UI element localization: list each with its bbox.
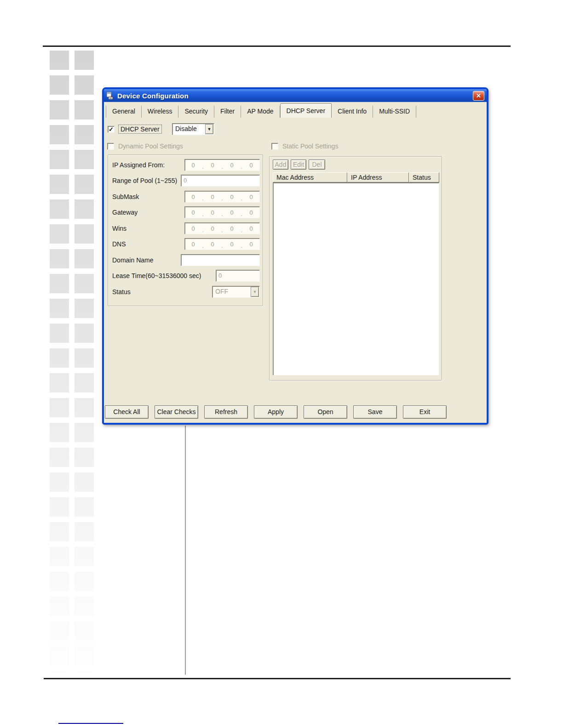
dhcp-server-checkbox[interactable]: ✓ [108, 126, 115, 133]
static-pool-checkbox [271, 143, 278, 150]
dynamic-pool-checkbox-row: Dynamic Pool Settings [107, 142, 183, 150]
column-header-ip-address[interactable]: IP Address [347, 172, 409, 182]
device-configuration-icon [106, 91, 115, 100]
field-row-gateway: Gateway 0.0.0.0 [108, 206, 263, 218]
dropdown-arrow-icon: ▼ [251, 287, 259, 297]
domain-name-label: Domain Name [112, 254, 153, 266]
dropdown-arrow-icon[interactable]: ▼ [205, 124, 213, 134]
static-pool-label: Static Pool Settings [282, 142, 338, 150]
column-header-status[interactable]: Status [409, 172, 439, 182]
static-pool-checkbox-row: Static Pool Settings [271, 142, 338, 150]
domain-name-input[interactable] [181, 254, 260, 266]
lease-time-input: 0 [216, 270, 260, 282]
lease-time-label: Lease Time(60~31536000 sec) [112, 270, 201, 282]
ip-assigned-from-input: 0.0.0.0 [184, 159, 260, 171]
vertical-divider-line [185, 426, 186, 675]
page-bottom-rule [44, 678, 511, 679]
dhcp-server-checkbox-label[interactable]: DHCP Server [119, 125, 161, 133]
open-button[interactable]: Open [304, 405, 347, 419]
add-button: Add [273, 159, 288, 170]
status-dropdown: OFF ▼ [212, 286, 260, 298]
status-label: Status [112, 286, 131, 298]
device-configuration-window: Device Configuration ✕ General Wireless … [102, 87, 488, 425]
check-icon: ✓ [109, 126, 114, 132]
ip-assigned-from-label: IP Assigned From: [112, 159, 165, 171]
tab-filter[interactable]: Filter [214, 106, 241, 118]
exit-button[interactable]: Exit [403, 405, 447, 419]
field-row-ip-assigned-from: IP Assigned From: 0.0.0.0 [108, 159, 263, 171]
dhcp-mode-value: Disable [172, 124, 205, 135]
wins-input: 0.0.0.0 [184, 222, 260, 234]
field-row-domain-name: Domain Name [108, 254, 263, 266]
clear-checks-button[interactable]: Clear Checks [155, 405, 198, 419]
dhcp-mode-dropdown[interactable]: Disable ▼ [172, 123, 214, 135]
submask-label: SubMask [112, 191, 139, 203]
wins-label: Wins [112, 222, 126, 234]
gateway-input: 0.0.0.0 [184, 206, 260, 218]
check-all-button[interactable]: Check All [105, 405, 149, 419]
status-value: OFF [213, 286, 250, 297]
field-row-wins: Wins 0.0.0.0 [108, 222, 263, 234]
field-row-lease-time: Lease Time(60~31536000 sec) 0 [108, 270, 263, 282]
dns-input: 0.0.0.0 [184, 238, 260, 250]
column-header-mac-address[interactable]: Mac Address [273, 172, 347, 182]
refresh-button[interactable]: Refresh [204, 405, 248, 419]
apply-button[interactable]: Apply [254, 405, 298, 419]
tab-security[interactable]: Security [178, 106, 214, 118]
static-pool-table-header: Mac Address IP Address Status [273, 172, 439, 182]
field-row-submask: SubMask 0.0.0.0 [108, 191, 263, 203]
tab-general[interactable]: General [106, 106, 142, 118]
save-button[interactable]: Save [353, 405, 397, 419]
tab-client-info[interactable]: Client Info [332, 106, 373, 118]
dhcp-server-checkbox-row: ✓ DHCP Server [108, 125, 161, 133]
close-icon: ✕ [476, 92, 481, 99]
field-row-range-of-pool: Range of Pool (1~255) 0 [108, 175, 263, 187]
tab-multi-ssid[interactable]: Multi-SSID [373, 106, 416, 118]
static-pool-button-row: Add Edit Del [273, 159, 325, 170]
edit-button: Edit [291, 159, 306, 170]
tab-dhcp-server[interactable]: DHCP Server [280, 103, 332, 118]
dynamic-pool-groupbox: IP Assigned From: 0.0.0.0 Range of Pool … [108, 154, 263, 306]
range-of-pool-label: Range of Pool (1~255) [112, 175, 177, 187]
decorative-squares [50, 51, 94, 674]
field-row-dns: DNS 0.0.0.0 [108, 238, 263, 250]
range-of-pool-input[interactable]: 0 [181, 175, 260, 187]
dynamic-pool-label: Dynamic Pool Settings [118, 142, 183, 150]
footer-link-underline [58, 723, 123, 724]
submask-input: 0.0.0.0 [184, 191, 260, 203]
dns-label: DNS [112, 238, 126, 250]
static-pool-groupbox: Add Edit Del Mac Address IP Address Stat… [269, 156, 442, 381]
field-row-status: Status OFF ▼ [108, 286, 263, 298]
dynamic-pool-checkbox [107, 143, 114, 150]
tab-ap-mode[interactable]: AP Mode [241, 106, 280, 118]
footer-button-row: Check All Clear Checks Refresh Apply Ope… [105, 405, 447, 419]
close-button[interactable]: ✕ [473, 91, 484, 101]
static-pool-list[interactable] [273, 182, 439, 375]
tab-strip: General Wireless Security Filter AP Mode… [106, 103, 485, 118]
window-title: Device Configuration [117, 92, 470, 100]
tab-wireless[interactable]: Wireless [142, 106, 179, 118]
del-button: Del [309, 159, 325, 170]
gateway-label: Gateway [112, 206, 138, 218]
page-top-rule [43, 46, 511, 47]
title-bar[interactable]: Device Configuration ✕ [104, 89, 487, 102]
